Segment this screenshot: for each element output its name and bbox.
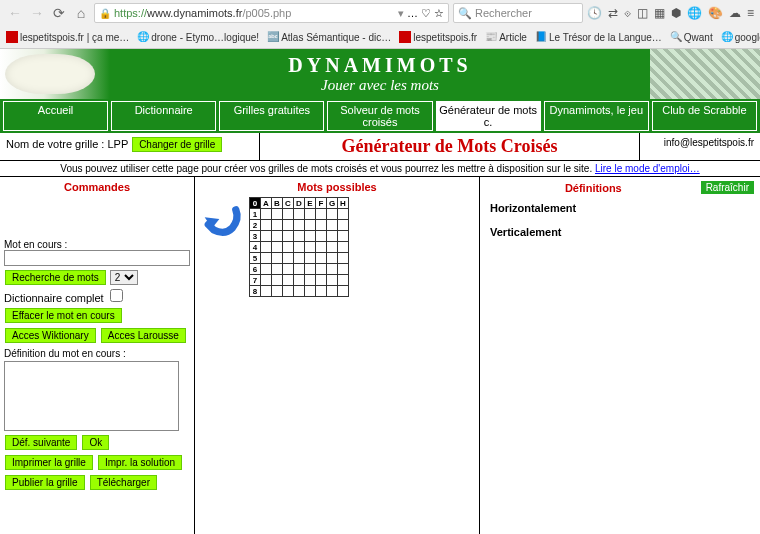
grid-cell[interactable] xyxy=(316,286,327,297)
grid-cell[interactable] xyxy=(338,253,349,264)
grid-cell[interactable] xyxy=(261,220,272,231)
grid-cell[interactable] xyxy=(294,253,305,264)
nav-jeu[interactable]: Dynamimots, le jeu xyxy=(544,101,649,131)
grid-cell[interactable] xyxy=(261,275,272,286)
ok-button[interactable]: Ok xyxy=(82,435,109,450)
bookmark-star-icon[interactable]: ♡ xyxy=(421,7,431,20)
grid-cell[interactable] xyxy=(283,209,294,220)
grid-cell[interactable] xyxy=(272,264,283,275)
network-icon[interactable]: ⇄ xyxy=(608,6,618,20)
grid-cell[interactable] xyxy=(272,220,283,231)
grid-cell[interactable] xyxy=(294,220,305,231)
grid-cell[interactable] xyxy=(327,231,338,242)
grid-cell[interactable] xyxy=(283,264,294,275)
palette-icon[interactable]: 🎨 xyxy=(708,6,723,20)
larousse-button[interactable]: Acces Larousse xyxy=(101,328,186,343)
menu-icon[interactable]: ≡ xyxy=(747,6,754,20)
bookmark-item[interactable]: 🌐google birthday surpri… xyxy=(721,31,760,43)
grid-cell[interactable] xyxy=(327,220,338,231)
back-button[interactable]: ← xyxy=(6,4,24,22)
grid-cell[interactable] xyxy=(316,275,327,286)
grid-cell[interactable] xyxy=(272,286,283,297)
grid-cell[interactable] xyxy=(283,231,294,242)
dropdown-icon[interactable]: ▾ xyxy=(398,7,404,20)
grid-cell[interactable] xyxy=(272,275,283,286)
grid-cell[interactable] xyxy=(294,231,305,242)
grid-cell[interactable] xyxy=(316,209,327,220)
nav-grilles[interactable]: Grilles gratuites xyxy=(219,101,324,131)
home-button[interactable]: ⌂ xyxy=(72,4,90,22)
grid-cell[interactable] xyxy=(283,253,294,264)
imprimer-solution-button[interactable]: Impr. la solution xyxy=(98,455,182,470)
pocket-icon[interactable]: ☆ xyxy=(434,7,444,20)
grid-cell[interactable] xyxy=(305,209,316,220)
grid-cell[interactable] xyxy=(272,253,283,264)
bookmark-item[interactable]: 📘Le Trésor de la Langue… xyxy=(535,31,662,43)
grid-cell[interactable] xyxy=(261,209,272,220)
grid-cell[interactable] xyxy=(283,286,294,297)
reload-button[interactable]: ⟳ xyxy=(50,4,68,22)
grid-cell[interactable] xyxy=(305,286,316,297)
grid-cell[interactable] xyxy=(338,231,349,242)
nav-solveur[interactable]: Solveur de mots croisés xyxy=(327,101,432,131)
grid-cell[interactable] xyxy=(294,286,305,297)
grid-cell[interactable] xyxy=(305,220,316,231)
grid-cell[interactable] xyxy=(338,275,349,286)
grid-cell[interactable] xyxy=(316,220,327,231)
grid-cell[interactable] xyxy=(305,231,316,242)
grid-cell[interactable] xyxy=(261,242,272,253)
grid-cell[interactable] xyxy=(338,242,349,253)
grid-cell[interactable] xyxy=(338,209,349,220)
grid-cell[interactable] xyxy=(261,264,272,275)
nav-generateur[interactable]: Générateur de mots c. xyxy=(436,101,541,131)
nav-dictionnaire[interactable]: Dictionnaire xyxy=(111,101,216,131)
grid-cell[interactable] xyxy=(327,264,338,275)
grid-cell[interactable] xyxy=(305,253,316,264)
grid-cell[interactable] xyxy=(272,231,283,242)
rafraichir-button[interactable]: Rafraîchir xyxy=(701,181,754,194)
bookmark-item[interactable]: 🌐drone - Etymo…logique! xyxy=(137,31,259,43)
grid-cell[interactable] xyxy=(283,275,294,286)
grid-cell[interactable] xyxy=(294,242,305,253)
grid-cell[interactable] xyxy=(327,242,338,253)
telecharger-button[interactable]: Télécharger xyxy=(90,475,157,490)
cloud-icon[interactable]: ☁ xyxy=(729,6,741,20)
grid-cell[interactable] xyxy=(294,264,305,275)
grid-cell[interactable] xyxy=(283,220,294,231)
def-suivante-button[interactable]: Déf. suivante xyxy=(5,435,77,450)
recherche-count-select[interactable]: 2 xyxy=(110,270,138,285)
bookmark-item[interactable]: 🔤Atlas Sémantique - dic… xyxy=(267,31,391,43)
bookmark-item[interactable]: lespetitspois.fr xyxy=(399,31,477,43)
grid-cell[interactable] xyxy=(294,209,305,220)
grid-cell[interactable] xyxy=(316,242,327,253)
grid-cell[interactable] xyxy=(261,286,272,297)
shield-icon[interactable]: ⬢ xyxy=(671,6,681,20)
grid-cell[interactable] xyxy=(327,275,338,286)
contact-email[interactable]: info@lespetitspois.fr xyxy=(664,137,754,148)
change-grille-button[interactable]: Changer de grille xyxy=(132,137,222,152)
grid-cell[interactable] xyxy=(327,209,338,220)
grid-cell[interactable] xyxy=(305,242,316,253)
clock-icon[interactable]: 🕓 xyxy=(587,6,602,20)
effacer-mot-button[interactable]: Effacer le mot en cours xyxy=(5,308,122,323)
grid-cell[interactable] xyxy=(338,220,349,231)
grid-cell[interactable] xyxy=(261,253,272,264)
globe-icon[interactable]: 🌐 xyxy=(687,6,702,20)
grid-cell[interactable] xyxy=(305,275,316,286)
grid-cell[interactable] xyxy=(327,286,338,297)
feed-icon[interactable]: ▦ xyxy=(654,6,665,20)
crossword-grid[interactable]: 0 ABCDEFGH 1 2 3 4 5 6 7 8 xyxy=(249,197,349,297)
dict-complet-checkbox[interactable] xyxy=(110,289,123,302)
grid-cell[interactable] xyxy=(316,253,327,264)
search-bar[interactable]: 🔍 Rechercher xyxy=(453,3,583,23)
bookmark-item[interactable]: 🔍Qwant xyxy=(670,31,713,43)
bookmark-item[interactable]: 📰Article xyxy=(485,31,527,43)
mot-en-cours-input[interactable] xyxy=(4,250,190,266)
nav-accueil[interactable]: Accueil xyxy=(3,101,108,131)
publier-grille-button[interactable]: Publier la grille xyxy=(5,475,85,490)
url-bar[interactable]: 🔒 https://www.dynamimots.fr/p005.php ▾ …… xyxy=(94,3,449,23)
grid-cell[interactable] xyxy=(338,286,349,297)
library-icon[interactable]: ⟐ xyxy=(624,6,631,20)
grid-cell[interactable] xyxy=(316,264,327,275)
recherche-mots-button[interactable]: Recherche de mots xyxy=(5,270,106,285)
